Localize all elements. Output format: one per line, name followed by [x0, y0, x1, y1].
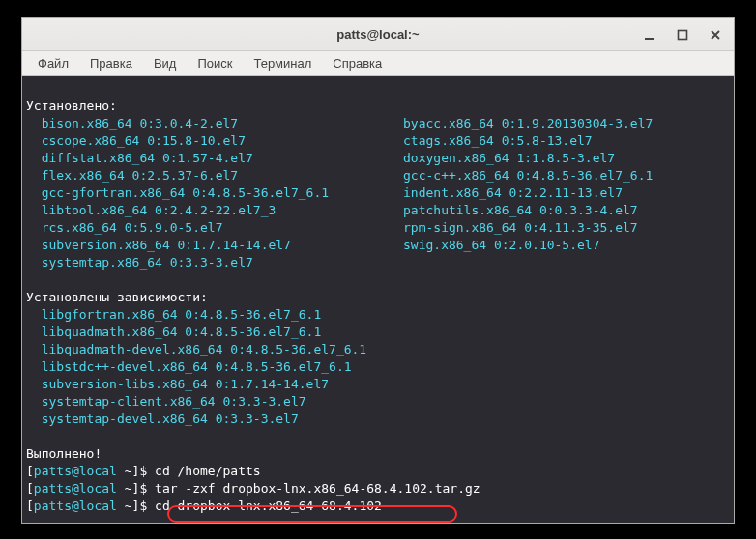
- dep-row: libquadmath.x86_64 0:4.8.5-36.el7_6.1: [26, 325, 321, 339]
- terminal-window: patts@local:~ Файл Правка Вид Поиск Терм…: [21, 17, 735, 524]
- pkg-row: subversion.x86_64 0:1.7.14-14.el7swig.x8…: [26, 238, 600, 252]
- menu-view[interactable]: Вид: [144, 53, 187, 73]
- dep-row: systemtap-client.x86_64 0:3.3-3.el7: [26, 394, 306, 409]
- done-line: Выполнено!: [26, 446, 102, 461]
- menu-file[interactable]: Файл: [28, 53, 78, 73]
- pkg-row: diffstat.x86_64 0:1.57-4.el7doxygen.x86_…: [26, 151, 615, 165]
- pkg-row: bison.x86_64 0:3.0.4-2.el7byacc.x86_64 0…: [26, 116, 653, 130]
- pkg-row: flex.x86_64 0:2.5.37-6.el7gcc-c++.x86_64…: [26, 168, 653, 183]
- titlebar: patts@local:~: [22, 18, 734, 51]
- prompt-line-1: [patts@local ~]$ cd /home/patts: [26, 464, 261, 478]
- menu-terminal[interactable]: Терминал: [244, 53, 321, 73]
- svg-rect-1: [679, 30, 687, 39]
- pkg-row: gcc-gfortran.x86_64 0:4.8.5-36.el7_6.1in…: [26, 185, 623, 200]
- dep-row: libstdc++-devel.x86_64 0:4.8.5-36.el7_6.…: [26, 359, 352, 374]
- close-button[interactable]: [703, 25, 728, 44]
- prompt-line-2: [patts@local ~]$ tar -zxf dropbox-lnx.x8…: [26, 481, 480, 496]
- prompt-line-3: [patts@local ~]$ cd dropbox-lnx.x86_64-6…: [26, 498, 382, 513]
- terminal-body[interactable]: Установлено: bison.x86_64 0:3.0.4-2.el7b…: [22, 76, 734, 523]
- window-title: patts@local:~: [22, 27, 734, 42]
- dep-row: libgfortran.x86_64 0:4.8.5-36.el7_6.1: [26, 307, 321, 322]
- minimize-button[interactable]: [637, 25, 662, 44]
- close-icon: [710, 29, 721, 41]
- section-installed-header: Установлено:: [26, 99, 117, 113]
- menubar: Файл Правка Вид Поиск Терминал Справка: [22, 51, 734, 76]
- pkg-row: cscope.x86_64 0:15.8-10.el7ctags.x86_64 …: [26, 133, 593, 148]
- pkg-row: libtool.x86_64 0:2.4.2-22.el7_3patchutil…: [26, 203, 638, 217]
- minimize-icon: [644, 29, 655, 41]
- menu-search[interactable]: Поиск: [188, 53, 242, 73]
- svg-rect-0: [645, 38, 654, 40]
- maximize-button[interactable]: [670, 25, 695, 44]
- menu-help[interactable]: Справка: [323, 53, 392, 73]
- pkg-row: rcs.x86_64 0:5.9.0-5.el7rpm-sign.x86_64 …: [26, 220, 638, 235]
- section-deps-header: Установлены зависимости:: [26, 290, 208, 304]
- pkg-row: systemtap.x86_64 0:3.3-3.el7: [26, 255, 403, 270]
- dep-row: systemtap-devel.x86_64 0:3.3-3.el7: [26, 411, 299, 426]
- maximize-icon: [677, 29, 688, 41]
- window-controls: [637, 18, 728, 50]
- dep-row: subversion-libs.x86_64 0:1.7.14-14.el7: [26, 377, 329, 391]
- dep-row: libquadmath-devel.x86_64 0:4.8.5-36.el7_…: [26, 342, 366, 356]
- menu-edit[interactable]: Правка: [80, 53, 142, 73]
